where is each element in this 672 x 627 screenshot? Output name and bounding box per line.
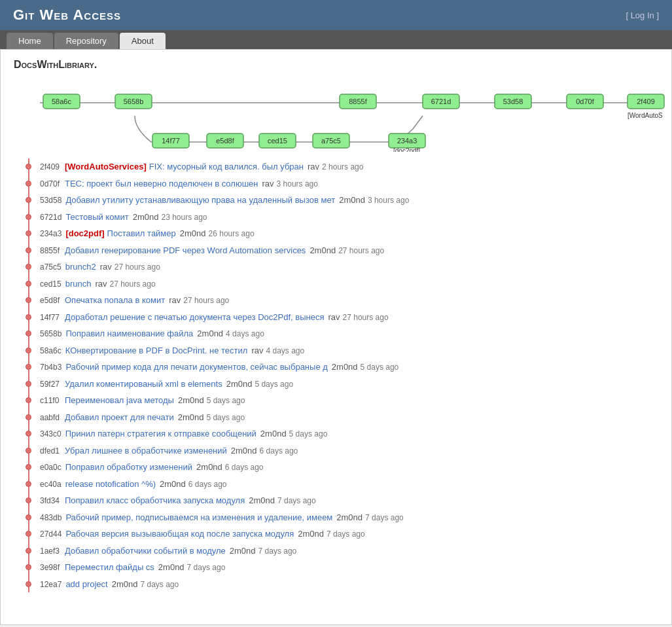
commit-message[interactable]: Добавил генерирование PDF через Word Aut… xyxy=(65,244,306,257)
commit-message[interactable]: Доработал решение с печатью документа че… xyxy=(65,311,324,324)
commit-dot xyxy=(26,514,31,520)
nav-bar: Home Repository About xyxy=(0,30,672,49)
commit-item: e5d8fОпечатка попала в комит rav 27 hour… xyxy=(20,292,658,309)
commit-author: 2m0nd xyxy=(249,494,275,507)
commit-time: 4 days ago xyxy=(226,328,264,340)
commit-dot xyxy=(26,281,31,287)
commit-item: 234a3[doc2pdf] Поставил таймер 2m0nd 26 … xyxy=(20,225,658,242)
commit-dot xyxy=(26,564,31,570)
commit-author: 2m0nd xyxy=(178,411,204,424)
svg-text:2f409: 2f409 xyxy=(637,98,655,105)
commit-hash: 8855f xyxy=(40,245,61,257)
commit-time: 27 hours ago xyxy=(110,278,156,290)
commit-item: 14f77Доработал решение с печатью докумен… xyxy=(20,309,658,326)
svg-text:a75c5: a75c5 xyxy=(321,137,341,145)
commit-graph: 58a6c 5658b 8855f 6721d 53d58 0d70f 2f40… xyxy=(20,80,658,152)
commit-dot xyxy=(26,331,31,336)
commit-message[interactable]: Поправил обработку изменений xyxy=(65,461,192,474)
commit-item: aabfdДобавил проект для печати 2m0nd 5 d… xyxy=(20,409,658,426)
commit-hash: 1aef3 xyxy=(40,545,61,557)
svg-text:53d58: 53d58 xyxy=(503,98,523,105)
commit-branch-tag: [WordAutoServices] xyxy=(65,160,147,173)
commit-item: 483dbРабочий пример, подписываемся на из… xyxy=(20,509,658,526)
commit-message[interactable]: FIX: мусорный код валился. был убран xyxy=(149,160,304,173)
commit-hash: a75c5 xyxy=(40,261,62,273)
svg-text:234a3: 234a3 xyxy=(397,137,417,145)
commit-message[interactable]: Тестовый комит xyxy=(65,211,128,224)
commit-hash: 5658b xyxy=(40,328,62,340)
commit-author: 2m0nd xyxy=(112,578,138,591)
commit-message[interactable]: Поправил наименование файла xyxy=(65,327,193,340)
commit-message[interactable]: Добавил утилиту устанавливающую права на… xyxy=(65,194,335,207)
header: Git Web Access [ Log In ] xyxy=(0,0,672,30)
commit-time: 27 hours ago xyxy=(115,261,160,273)
commit-item: e0a0cПоправил обработку изменений 2m0nd … xyxy=(20,459,658,476)
tab-repository[interactable]: Repository xyxy=(54,33,118,49)
commit-item: 12ea7add project 2m0nd 7 days ago xyxy=(20,576,658,593)
commit-message[interactable]: Опечатка попала в комит xyxy=(65,294,165,307)
commit-time: 7 days ago xyxy=(258,545,297,557)
commit-message[interactable]: Принил патерн стратегия к отправке сообщ… xyxy=(65,427,256,440)
commit-time: 4 days ago xyxy=(266,345,304,357)
commit-item: 1aef3Добавил обработчики событий в модул… xyxy=(20,543,658,560)
commit-time: 7 days ago xyxy=(140,579,179,590)
commit-message[interactable]: add project xyxy=(65,578,107,591)
svg-text:6721d: 6721d xyxy=(431,98,451,105)
commit-dot xyxy=(26,414,31,420)
commit-author: 2m0nd xyxy=(178,394,204,407)
commit-message[interactable]: ТЕС: проект был неверно поделючен в солю… xyxy=(65,177,258,190)
commit-hash: ec40a xyxy=(40,478,62,490)
commit-hash: 234a3 xyxy=(40,228,62,240)
commit-item: 343c0Принил патерн стратегия к отправке … xyxy=(20,425,658,442)
commit-dot xyxy=(26,314,31,320)
commit-dot xyxy=(26,548,31,554)
commit-hash: 0d70f xyxy=(40,178,61,190)
tab-home[interactable]: Home xyxy=(7,33,53,49)
commit-message[interactable]: Переименовал java методы xyxy=(65,394,174,407)
commit-dot xyxy=(26,464,31,470)
commit-message[interactable]: Рабочая версия вызываюбщая код после зап… xyxy=(65,528,294,541)
commit-dot xyxy=(26,481,31,487)
commit-time: 2 hours ago xyxy=(322,161,363,173)
commit-author: rav xyxy=(262,177,274,190)
commit-time: 7 days ago xyxy=(327,528,365,540)
commit-message[interactable]: Переместил файды cs xyxy=(65,561,154,574)
commit-dot xyxy=(26,397,31,403)
commit-message[interactable]: Добавил обработчики событий в модуле xyxy=(65,545,226,558)
commit-item: dfed1Убрал лишнее в обработчике изменени… xyxy=(20,442,658,459)
svg-text:e5d8f: e5d8f xyxy=(216,137,234,145)
commit-author: rav xyxy=(328,311,340,324)
commit-message[interactable]: Удалил коментированый xml в elements xyxy=(65,378,222,391)
commit-message[interactable]: Рабочий пример кода для печати документо… xyxy=(65,361,327,374)
commit-message[interactable]: brunch2 xyxy=(65,260,96,274)
tab-about[interactable]: About xyxy=(120,33,166,49)
commit-time: 7 days ago xyxy=(277,495,316,507)
commit-hash: e0a0c xyxy=(40,461,62,473)
commit-item: 58a6cКОнвертирование в PDF в DocPrint. н… xyxy=(20,342,658,359)
commit-author: 2m0nd xyxy=(260,427,287,440)
commit-dot xyxy=(26,381,31,387)
commit-author: 2m0nd xyxy=(160,478,186,491)
commit-dot xyxy=(26,497,31,503)
commit-message[interactable]: Поправил класс обработчика запуска модул… xyxy=(65,494,245,507)
commit-message[interactable]: release notofication ^%) xyxy=(65,478,156,491)
commit-message[interactable]: КОнвертирование в PDF в DocPrint. не тес… xyxy=(65,344,248,357)
svg-text:14f77: 14f77 xyxy=(162,137,180,145)
commit-hash: 3e98f xyxy=(40,562,61,573)
commit-author: 2m0nd xyxy=(133,211,159,224)
svg-text:[WordAutoS: [WordAutoS xyxy=(628,112,663,119)
commit-hash: c11f0 xyxy=(40,395,61,406)
commit-hash: 27d44 xyxy=(40,528,62,540)
commit-message[interactable]: Добавил проект для печати xyxy=(65,411,174,424)
login-link[interactable]: [ Log In ] xyxy=(626,10,659,20)
commit-item: 8855fДобавил генерирование PDF через Wor… xyxy=(20,242,658,259)
commit-message[interactable]: brunch xyxy=(65,278,92,291)
commit-dot xyxy=(26,230,31,236)
commit-hash: 3fd34 xyxy=(40,495,61,507)
commit-author: 2m0nd xyxy=(309,244,336,257)
commit-message[interactable]: Поставил таймер xyxy=(107,227,176,240)
commit-dot xyxy=(26,214,31,220)
commit-message[interactable]: Убрал лишнее в обработчике изменений xyxy=(65,444,227,457)
commit-author: rav xyxy=(100,260,112,274)
commit-message[interactable]: Рабочий пример, подписываемся на изменен… xyxy=(65,511,332,524)
